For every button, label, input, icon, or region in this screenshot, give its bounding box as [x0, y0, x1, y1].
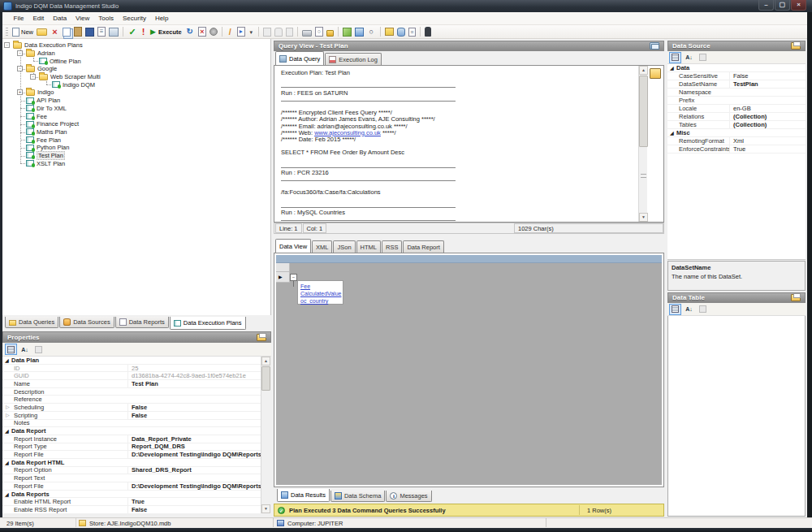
- dt-alphabetical-sort-button[interactable]: A↓: [683, 304, 695, 315]
- cancel-run-button[interactable]: ×: [197, 26, 207, 38]
- menu-file[interactable]: File: [9, 13, 28, 24]
- tree-item-adrian[interactable]: -Adrian: [2, 50, 270, 58]
- property-category-data-report-html[interactable]: ◢Data Report HTML: [2, 459, 261, 467]
- category-collapse-icon[interactable]: ◢: [5, 428, 11, 434]
- execute-button[interactable]: ▶Execute: [149, 26, 183, 38]
- property-row-report-option[interactable]: Report OptionShared_DRS_Report: [2, 467, 261, 475]
- property-row-description[interactable]: Description: [2, 388, 261, 396]
- category-collapse-icon[interactable]: ◢: [670, 65, 676, 71]
- properties-button[interactable]: [108, 26, 119, 38]
- tree-item-dir-to-xml[interactable]: Dir To XML: [2, 105, 270, 113]
- open-folder-button[interactable]: [36, 26, 48, 38]
- property-row-report-type[interactable]: Report TypeReport_DQM_DRS: [2, 443, 261, 452]
- property-row-remotingformat[interactable]: RemotingFormatXml: [667, 137, 806, 145]
- ds-alphabetical-sort-button[interactable]: A↓: [683, 52, 695, 63]
- category-collapse-icon[interactable]: ◢: [5, 460, 11, 465]
- menu-security[interactable]: Security: [118, 13, 150, 24]
- tab-data-report[interactable]: Data Report: [403, 240, 443, 253]
- close-button[interactable]: ×: [791, 0, 806, 11]
- save-all-button[interactable]: ≡: [97, 26, 106, 38]
- table-link-oc_country[interactable]: oc_country: [300, 297, 343, 305]
- property-row-scripting[interactable]: ▷ScriptingFalse: [2, 412, 261, 420]
- property-category-data-reports[interactable]: ◢Data Reports: [2, 491, 261, 499]
- user-disabled-button[interactable]: [274, 26, 283, 38]
- copy-button[interactable]: [62, 26, 71, 38]
- refresh-button[interactable]: ↻: [184, 26, 196, 38]
- tab-messages[interactable]: iMessages: [386, 491, 431, 502]
- tree-item-finance-project[interactable]: Finance Project: [2, 120, 270, 128]
- category-collapse-icon[interactable]: ◢: [5, 491, 11, 497]
- property-row-report-file[interactable]: Report FileD:\Development Testing\Indigo…: [2, 482, 261, 491]
- tab-data-reports[interactable]: Data Reports: [115, 317, 169, 328]
- property-row-enable-rss-report[interactable]: Enable RSS ReportFalse: [2, 506, 261, 513]
- property-category-misc[interactable]: ◢Misc: [667, 129, 806, 137]
- data-grid-row-header[interactable]: ▶: [276, 272, 290, 283]
- help-book-button[interactable]: [384, 26, 395, 38]
- tree-item-fee-plan[interactable]: Fee Plan: [2, 136, 270, 144]
- copy-disabled-button[interactable]: [262, 26, 272, 38]
- properties-scrollbar[interactable]: ▲ ▼: [261, 357, 270, 513]
- tree-item-fee[interactable]: Fee: [2, 112, 270, 120]
- categorized-view-button[interactable]: [5, 344, 17, 355]
- maximize-button[interactable]: ▢: [775, 0, 790, 11]
- tab-data-queries[interactable]: Data Queries: [5, 317, 58, 328]
- menu-help[interactable]: Help: [150, 13, 172, 24]
- expand-icon[interactable]: +: [17, 89, 23, 95]
- property-row-namespace[interactable]: Namespace: [667, 89, 806, 97]
- property-row-id[interactable]: ID25: [2, 365, 261, 373]
- tree-item-maths-plan[interactable]: Maths Plan: [2, 128, 270, 136]
- menu-edit[interactable]: Edit: [28, 13, 49, 24]
- property-row-enforceconstraints[interactable]: EnforceConstraintsTrue: [667, 145, 806, 154]
- collapse-icon[interactable]: -: [4, 42, 10, 48]
- table-link-calculatedvalue[interactable]: CalculatedValue: [300, 290, 343, 297]
- data-source-panel-icon[interactable]: [791, 42, 801, 50]
- paste-button[interactable]: [73, 26, 83, 38]
- menu-data[interactable]: Data: [49, 13, 71, 24]
- property-category-data-report[interactable]: ◢Data Report: [2, 427, 261, 435]
- property-row-datasetname[interactable]: DataSetNameTestPlan: [667, 80, 806, 89]
- minimize-button[interactable]: –: [758, 0, 774, 11]
- export-button[interactable]: ▸: [236, 26, 246, 38]
- tree-item-xslt-plan[interactable]: XSLT Plan: [2, 159, 270, 167]
- collapse-icon[interactable]: -: [17, 66, 23, 71]
- table-link-fee[interactable]: Fee: [300, 283, 343, 290]
- database-button[interactable]: [396, 26, 406, 38]
- validate-button[interactable]: ✓: [127, 26, 138, 38]
- tree-item-indigo-dqm[interactable]: Indigo DQM: [2, 80, 270, 89]
- property-row-name[interactable]: NameTest Plan: [2, 380, 261, 388]
- property-row-guid[interactable]: GUIDd13681ba-4274-42c8-9aed-1f0e574eb21e: [2, 372, 261, 380]
- tab-html[interactable]: HTML: [356, 240, 381, 253]
- property-row-report-file[interactable]: Report FileD:\Development Testing\Indigo…: [2, 451, 261, 459]
- property-row-enable-html-report[interactable]: Enable HTML ReportTrue: [2, 498, 261, 506]
- tab-data-execution-plans[interactable]: Data Execution Plans: [170, 317, 246, 330]
- data-table-panel-icon[interactable]: [791, 294, 801, 301]
- property-row-casesensitive[interactable]: CaseSensitiveFalse: [667, 72, 806, 80]
- open-query-button[interactable]: [650, 68, 661, 79]
- data-grid-collapse-node[interactable]: −: [290, 274, 297, 281]
- save-button[interactable]: [84, 26, 95, 38]
- property-row-report-text[interactable]: Report Text: [2, 474, 261, 482]
- tree-item-offline-plan[interactable]: Offline Plan: [2, 57, 270, 65]
- property-category-data[interactable]: ◢Data: [667, 64, 806, 72]
- query-scrollbar[interactable]: ▲ ▼: [638, 66, 647, 222]
- new-document-button[interactable]: New: [11, 26, 34, 38]
- tab-rss[interactable]: RSS: [382, 240, 402, 253]
- tree-item-api-plan[interactable]: API Plan: [2, 97, 270, 105]
- tab-execution-log[interactable]: Execution Log: [325, 53, 382, 65]
- tree-item-web-scraper-multi[interactable]: -Web Scraper Multi: [2, 73, 270, 81]
- print-button[interactable]: [301, 26, 313, 38]
- tab-data-schema[interactable]: Data Schema: [330, 491, 385, 502]
- delete-button[interactable]: ×: [50, 26, 60, 38]
- tab-json[interactable]: JSon: [333, 240, 355, 253]
- tab-data-query[interactable]: Data Query: [275, 51, 324, 65]
- alert-button[interactable]: !: [140, 26, 147, 38]
- tab-data-sources[interactable]: Data Sources: [59, 317, 114, 328]
- package-button[interactable]: [342, 26, 352, 38]
- tree-item-data-execution-plans[interactable]: -Data Execution Plans: [2, 41, 270, 50]
- collapse-icon[interactable]: -: [30, 74, 36, 80]
- ds-categorized-view-button[interactable]: [669, 52, 681, 63]
- report-button[interactable]: ≡: [408, 26, 417, 38]
- lock-button[interactable]: [326, 26, 335, 38]
- category-collapse-icon[interactable]: ◢: [670, 130, 676, 136]
- property-row-prefix[interactable]: Prefix: [667, 97, 806, 105]
